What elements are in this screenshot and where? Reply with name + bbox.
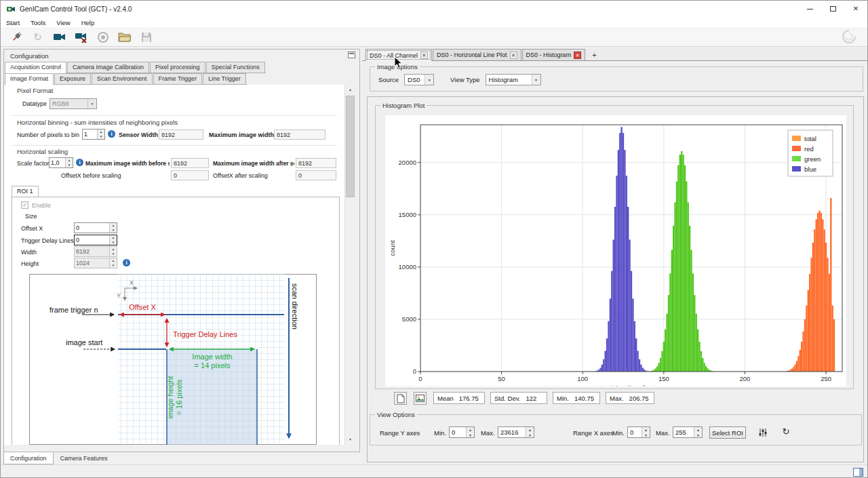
spinner-down-icon[interactable]: ▼: [98, 134, 104, 139]
connect-button[interactable]: [7, 30, 24, 45]
float-panel-icon[interactable]: [348, 52, 355, 58]
menu-start[interactable]: Start: [1, 19, 25, 26]
tab-pixel-processing[interactable]: Pixel processing: [150, 62, 205, 73]
refresh-button[interactable]: ↻: [29, 30, 46, 45]
svg-text:150: 150: [658, 375, 669, 382]
x-min-spinner[interactable]: 0 ▲▼: [627, 426, 650, 438]
tab-line-trigger[interactable]: Line Trigger: [203, 73, 246, 84]
window-controls: ✕: [798, 1, 867, 17]
offsetx-before-scaling-field[interactable]: 0: [171, 170, 209, 180]
spinner-up-icon[interactable]: ▲: [467, 427, 474, 433]
max-width-before-scaling-field[interactable]: 8192: [171, 158, 209, 168]
tab-camera-image-calibration[interactable]: Camera Image Calibration: [67, 62, 149, 73]
spinner-down-icon[interactable]: ▼: [110, 263, 117, 268]
record-icon: [97, 31, 109, 43]
axes-settings-button[interactable]: [757, 426, 769, 439]
refresh-plot-button[interactable]: ↻: [780, 425, 792, 437]
scroll-up-icon[interactable]: ▲: [345, 85, 355, 95]
spinner-up-icon[interactable]: ▲: [694, 427, 702, 433]
stop-acquisition-button[interactable]: [73, 30, 90, 45]
max-label: Max.: [481, 429, 495, 437]
sensor-width-field[interactable]: 8192: [159, 130, 203, 140]
spinner-down-icon[interactable]: ▼: [110, 240, 117, 245]
vertical-scrollbar[interactable]: ▲ ▼: [344, 85, 355, 445]
offset-x-spinner[interactable]: 0 ▲▼: [74, 222, 117, 233]
max-width-after-scaling-field[interactable]: 8192: [296, 158, 336, 168]
tab-scan-environment[interactable]: Scan Environment: [92, 73, 153, 84]
record-button[interactable]: [94, 30, 111, 45]
start-acquisition-button[interactable]: [51, 30, 68, 45]
save-image-button[interactable]: [414, 392, 427, 405]
dock-tab-configuration[interactable]: Configuration: [3, 452, 54, 464]
spinner-down-icon[interactable]: ▼: [526, 433, 534, 438]
svg-text:50: 50: [498, 375, 505, 382]
menu-help[interactable]: Help: [76, 19, 100, 26]
minimize-button[interactable]: [798, 1, 821, 17]
dock-tab-camera-features[interactable]: Camera Features: [54, 452, 115, 464]
spinner-up-icon[interactable]: ▲: [110, 258, 117, 263]
pixels-to-bin-spinner[interactable]: 1 ▲▼: [82, 129, 105, 140]
info-icon[interactable]: i: [108, 130, 115, 138]
spinner-up-icon[interactable]: ▲: [642, 427, 650, 433]
offsetx-before-scaling-label: OffsetX before scaling: [61, 172, 121, 179]
tab-ds0-horizontal-line-plot[interactable]: DS0 - Horizontal Line Plot ✕: [433, 49, 521, 60]
max-label: Max.: [610, 395, 624, 402]
tab-frame-trigger[interactable]: Frame Trigger: [153, 73, 203, 84]
info-icon[interactable]: i: [76, 159, 83, 166]
datatype-select[interactable]: RGB8 ▼: [50, 98, 97, 109]
tab-special-functions[interactable]: Special Functions: [206, 62, 265, 73]
svg-text:10000: 10000: [399, 263, 416, 271]
max-image-width-field[interactable]: 8192: [274, 130, 326, 140]
range-x-label: Range X axes: [573, 429, 614, 437]
tab-ds0-histogram[interactable]: DS0 - Histogram ✕: [522, 49, 586, 60]
camera-start-icon: [53, 31, 66, 44]
close-tab-icon[interactable]: ✕: [574, 52, 581, 59]
svg-text:total: total: [804, 135, 816, 142]
x-max-spinner[interactable]: 255 ▲▼: [673, 426, 703, 438]
select-roi-button[interactable]: Select ROI: [709, 426, 746, 439]
panel-layout-icon[interactable]: [853, 468, 863, 477]
offset-x-value: 0: [75, 223, 109, 233]
trigger-delay-lines-spinner[interactable]: 0 ▲▼: [74, 235, 117, 245]
spinner-up-icon[interactable]: ▲: [526, 427, 534, 433]
spinner-down-icon[interactable]: ▼: [467, 433, 474, 438]
tab-exposure[interactable]: Exposure: [54, 73, 91, 84]
spinner-down-icon[interactable]: ▼: [110, 252, 117, 256]
scale-factor-spinner[interactable]: 1,0 ▲▼: [49, 157, 73, 168]
height-spinner[interactable]: 1024 ▲▼: [74, 258, 117, 268]
spinner-up-icon[interactable]: ▲: [110, 223, 117, 228]
view-type-select[interactable]: Histogram ▼: [486, 74, 541, 85]
y-max-spinner[interactable]: 23616 ▲▼: [498, 426, 534, 438]
spinner-down-icon[interactable]: ▼: [110, 228, 117, 233]
scrollbar-thumb[interactable]: [346, 96, 355, 197]
add-tab-button[interactable]: +: [589, 51, 599, 59]
menu-tools[interactable]: Tools: [25, 19, 51, 26]
spinner-up-icon[interactable]: ▲: [110, 235, 117, 240]
open-file-button[interactable]: [116, 30, 133, 45]
tab-image-format[interactable]: Image Format: [5, 73, 54, 85]
save-data-button[interactable]: [394, 392, 407, 405]
offsetx-after-scaling-field[interactable]: 0: [296, 170, 336, 180]
spinner-down-icon[interactable]: ▼: [642, 433, 650, 438]
close-tab-icon[interactable]: ✕: [420, 52, 428, 59]
menu-view[interactable]: View: [51, 19, 75, 26]
spinner-down-icon[interactable]: ▼: [694, 433, 702, 438]
close-tab-icon[interactable]: ✕: [510, 52, 517, 59]
tab-roi-1[interactable]: ROI 1: [12, 186, 39, 197]
spinner-up-icon[interactable]: ▲: [98, 130, 104, 134]
source-select[interactable]: DS0 ▼: [404, 74, 434, 85]
spinner-up-icon[interactable]: ▲: [66, 158, 73, 163]
svg-text:0: 0: [413, 367, 416, 375]
tab-acquisition-control[interactable]: Acquisition Control: [5, 62, 66, 73]
spinner-down-icon[interactable]: ▼: [66, 163, 73, 167]
scroll-down-icon[interactable]: ▼: [345, 435, 355, 445]
spinner-up-icon[interactable]: ▲: [110, 247, 117, 252]
maximize-button[interactable]: [821, 1, 844, 17]
save-button[interactable]: [138, 30, 155, 45]
std-dev-stat: Std. Dev. 122: [490, 392, 547, 404]
enable-checkbox[interactable]: ✓: [21, 201, 28, 209]
close-button[interactable]: ✕: [844, 1, 867, 17]
y-min-spinner[interactable]: 0 ▲▼: [449, 426, 475, 438]
info-icon[interactable]: i: [123, 259, 130, 266]
width-spinner[interactable]: 8192 ▲▼: [74, 246, 117, 257]
